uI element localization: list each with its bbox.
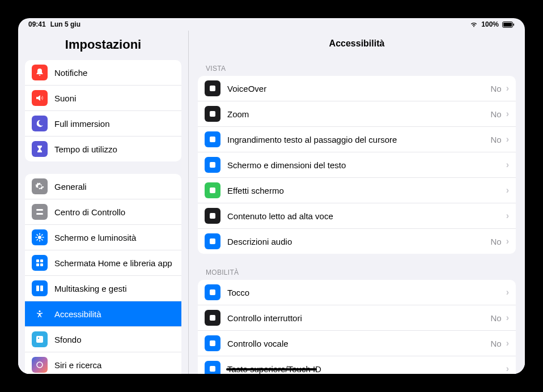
sidebar-item-tempo-di-utilizzo[interactable]: Tempo di utilizzo [25, 137, 181, 161]
svg-rect-7 [40, 259, 43, 262]
wallpaper-icon [32, 331, 48, 347]
sidebar-item-label: Multitasking e gesti [54, 284, 175, 293]
detail-row-value: No [490, 237, 501, 246]
sidebar-group-2: GeneraliCentro di ControlloSchermo e lum… [25, 174, 181, 374]
sidebar-item-schermo-e-luminosit-[interactable]: Schermo e luminosità [25, 225, 181, 250]
svg-rect-24 [210, 238, 215, 244]
sidebar-item-label: Full immersion [54, 119, 175, 129]
section-header: MOBILITÀ [198, 262, 516, 280]
chevron-right-icon: › [506, 185, 509, 195]
svg-rect-3 [36, 209, 43, 211]
svg-rect-13 [36, 336, 43, 343]
svg-rect-4 [36, 213, 43, 215]
detail-row-descrizioni-audio[interactable]: Descrizioni audioNo› [198, 229, 516, 254]
svg-rect-20 [210, 137, 215, 142]
sidebar-item-full-immersion[interactable]: Full immersion [25, 111, 181, 137]
svg-rect-23 [210, 213, 215, 219]
sidebar-item-label: Schermata Home e libreria app [54, 258, 175, 268]
status-bar: 09:41 Lun 5 giu 100% [18, 18, 525, 31]
sidebar: Impostazioni NotificheSuoniFull immersio… [18, 31, 188, 374]
detail-row-value: No [490, 135, 501, 144]
detail-row-effetti-schermo[interactable]: Effetti schermo› [198, 178, 516, 203]
svg-rect-8 [36, 263, 39, 266]
detail-row-ingrandimento-testo-al-passaggio-del-cursore[interactable]: Ingrandimento testo al passaggio del cur… [198, 127, 516, 152]
svg-point-12 [39, 310, 41, 312]
row-icon [205, 106, 220, 122]
chevron-right-icon: › [506, 134, 509, 144]
detail-row-controllo-vocale[interactable]: Controllo vocaleNo› [198, 331, 516, 356]
detail-row-zoom[interactable]: ZoomNo› [198, 101, 516, 127]
detail-title: Accessibilità [189, 31, 525, 58]
svg-point-15 [37, 362, 43, 368]
svg-point-5 [38, 236, 41, 239]
row-icon [205, 310, 220, 326]
sidebar-item-notifiche[interactable]: Notifiche [25, 60, 181, 86]
sidebar-group-1: NotificheSuoniFull immersionTempo di uti… [25, 60, 181, 161]
svg-rect-18 [210, 86, 215, 91]
chevron-right-icon: › [506, 287, 509, 297]
status-time: 09:41 [28, 20, 46, 28]
detail-row-voiceover[interactable]: VoiceOverNo› [198, 76, 516, 101]
accessibility-icon [32, 306, 48, 322]
sidebar-item-multitasking-e-gesti[interactable]: Multitasking e gesti [25, 276, 181, 301]
detail-scroll[interactable]: VISTAVoiceOverNo›ZoomNo›Ingrandimento te… [189, 58, 525, 374]
detail-group: VoiceOverNo›ZoomNo›Ingrandimento testo a… [198, 76, 516, 254]
chevron-right-icon: › [506, 364, 509, 374]
detail-group: Tocco›Controllo interruttoriNo›Controllo… [198, 280, 516, 374]
detail-row-label: Controllo interruttori [227, 313, 490, 323]
sidebar-item-accessibilit-[interactable]: Accessibilità [25, 301, 181, 327]
sidebar-title: Impostazioni [18, 31, 188, 60]
detail-row-label: Zoom [227, 109, 490, 119]
split-content: Impostazioni NotificheSuoniFull immersio… [18, 31, 525, 374]
detail-row-schermo-e-dimensioni-del-testo[interactable]: Schermo e dimensioni del testo› [198, 152, 516, 178]
detail-row-value: No [490, 313, 501, 323]
sidebar-item-label: Sfondo [54, 335, 175, 344]
home-indicator[interactable] [226, 368, 317, 370]
brightness-icon [32, 229, 48, 245]
status-date: Lun 5 giu [50, 20, 80, 28]
siri-icon [32, 357, 48, 373]
row-icon [205, 233, 220, 249]
sidebar-item-suoni[interactable]: Suoni [25, 86, 181, 111]
sidebar-item-centro-di-controllo[interactable]: Centro di Controllo [25, 199, 181, 225]
svg-rect-1 [503, 23, 512, 27]
sidebar-item-sfondo[interactable]: Sfondo [25, 327, 181, 352]
svg-rect-27 [210, 340, 215, 346]
detail-row-contenuto-letto-ad-alta-voce[interactable]: Contenuto letto ad alta voce› [198, 203, 516, 229]
status-battery-pct: 100% [481, 20, 499, 28]
sidebar-item-label: Centro di Controllo [54, 207, 175, 217]
sidebar-item-label: Suoni [54, 93, 175, 103]
sidebar-item-schermata-home-e-libreria-app[interactable]: Schermata Home e libreria app [25, 250, 181, 276]
sidebar-item-generali[interactable]: Generali [25, 174, 181, 199]
moon-icon [32, 116, 48, 131]
screen: 09:41 Lun 5 giu 100% Impostazioni Notifi… [18, 18, 525, 374]
sidebar-item-siri-e-ricerca[interactable]: Siri e ricerca [25, 352, 181, 374]
detail-row-value: No [490, 109, 501, 119]
svg-rect-28 [210, 366, 215, 372]
sidebar-scroll[interactable]: NotificheSuoniFull immersionTempo di uti… [18, 60, 188, 374]
gear-icon [32, 178, 48, 194]
svg-rect-25 [210, 289, 215, 295]
row-icon [205, 284, 220, 300]
section-header: VISTA [198, 58, 516, 76]
detail-row-tasto-superiore-touch-id[interactable]: Tasto superiore/Touch ID› [198, 356, 516, 374]
svg-rect-19 [210, 111, 215, 117]
detail-row-label: Contenuto letto ad alta voce [227, 211, 506, 221]
detail-row-value: No [490, 339, 501, 348]
detail-row-tocco[interactable]: Tocco› [198, 280, 516, 305]
chevron-right-icon: › [506, 109, 509, 119]
row-icon [205, 182, 220, 198]
detail-row-controllo-interruttori[interactable]: Controllo interruttoriNo› [198, 305, 516, 331]
sidebar-item-label: Accessibilità [54, 309, 175, 319]
detail-row-label: Ingrandimento testo al passaggio del cur… [227, 135, 490, 144]
hourglass-icon [32, 141, 48, 157]
svg-rect-10 [36, 286, 39, 291]
detail-pane: Accessibilità VISTAVoiceOverNo›ZoomNo›In… [188, 31, 525, 374]
detail-row-label: Schermo e dimensioni del testo [227, 160, 506, 170]
detail-row-label: VoiceOver [227, 84, 490, 93]
sidebar-item-label: Siri e ricerca [54, 360, 175, 370]
chevron-right-icon: › [506, 211, 509, 221]
detail-row-value: No [490, 84, 501, 93]
svg-point-14 [38, 338, 39, 339]
svg-rect-2 [514, 23, 515, 25]
